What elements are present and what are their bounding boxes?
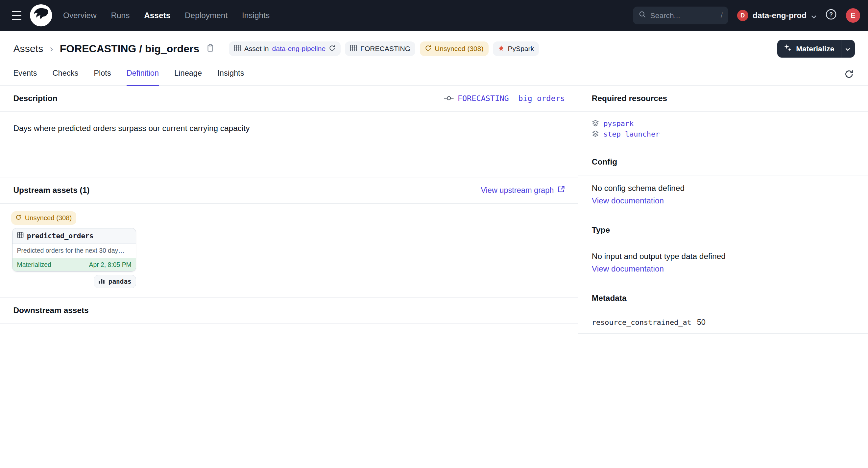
- asset-header: Assets › FORECASTING / big_orders Asset …: [0, 31, 868, 61]
- type-heading: Type: [592, 226, 610, 235]
- deployment-name: data-eng-prod: [753, 11, 807, 20]
- asset-node-header: predicted_orders: [12, 228, 136, 243]
- materialize-split-button: Materialize: [777, 40, 855, 58]
- metadata-table: resource_constrained_at 50: [578, 311, 868, 334]
- main-nav: Overview Runs Assets Deployment Insights: [63, 11, 270, 20]
- tab-plots[interactable]: Plots: [94, 61, 111, 86]
- type-body: No input and output type data defined Vi…: [578, 243, 868, 285]
- tab-checks[interactable]: Checks: [53, 61, 79, 86]
- nav-runs[interactable]: Runs: [111, 11, 129, 20]
- config-doc-link[interactable]: View documentation: [592, 196, 664, 205]
- resources-section-header: Required resources: [578, 86, 868, 112]
- pipeline-link[interactable]: data-eng-pipeline: [272, 45, 326, 53]
- downstream-section-header: Downstream assets: [0, 297, 578, 324]
- tag-group-label: FORECASTING: [360, 45, 410, 53]
- asset-node-predicted-orders[interactable]: predicted_orders Predicted orders for th…: [12, 228, 136, 271]
- tag-pyspark-label: PySpark: [508, 45, 534, 53]
- upstream-node-wrap: predicted_orders Predicted orders for th…: [12, 228, 136, 288]
- nav-overview[interactable]: Overview: [63, 11, 97, 20]
- tab-insights[interactable]: Insights: [217, 61, 244, 86]
- reload-icon[interactable]: [329, 45, 335, 53]
- tab-definition[interactable]: Definition: [127, 61, 159, 86]
- asset-graph-link[interactable]: FORECASTING__big_orders: [444, 94, 565, 103]
- config-empty-text: No config schema defined: [592, 184, 855, 193]
- description-section-header: Description FORECASTING__big_orders: [0, 86, 578, 112]
- tab-lineage[interactable]: Lineage: [174, 61, 202, 86]
- help-button[interactable]: ?: [825, 8, 837, 22]
- status-timestamp: Apr 2, 8:05 PM: [89, 261, 131, 268]
- metadata-heading: Metadata: [592, 294, 627, 303]
- user-avatar[interactable]: E: [846, 8, 861, 23]
- sync-icon: [16, 214, 22, 222]
- tab-events[interactable]: Events: [13, 61, 37, 86]
- page-title: FORECASTING / big_orders: [60, 43, 199, 55]
- refresh-button[interactable]: [844, 65, 855, 85]
- asset-graph-link-label: FORECASTING__big_orders: [458, 94, 565, 103]
- resource-link-pyspark[interactable]: pyspark: [603, 119, 633, 129]
- tag-pyspark[interactable]: PySpark: [493, 41, 539, 56]
- tag-unsynced-label: Unsynced (308): [435, 45, 483, 53]
- description-body: Days where predicted orders surpass our …: [0, 112, 578, 177]
- resources-list: pyspark step_launcher: [578, 112, 868, 149]
- materialize-label: Materialize: [796, 45, 834, 53]
- resource-item-step-launcher: step_launcher: [592, 129, 855, 139]
- spark-icon: [498, 45, 504, 53]
- hamburger-icon: [12, 11, 21, 12]
- graph-node-icon: [444, 94, 454, 103]
- resource-link-step-launcher[interactable]: step_launcher: [603, 129, 659, 139]
- asset-group-icon: [350, 45, 357, 53]
- layers-icon: [592, 129, 599, 139]
- breadcrumb-separator: ›: [50, 43, 53, 54]
- search-icon: [639, 10, 646, 21]
- search-shortcut-hint: /: [721, 11, 723, 20]
- materialize-options-button[interactable]: [841, 40, 855, 58]
- status-label: Materialized: [17, 261, 51, 268]
- tag-unsynced[interactable]: Unsynced (308): [420, 41, 489, 56]
- nav-deployment[interactable]: Deployment: [185, 11, 227, 20]
- top-nav: Overview Runs Assets Deployment Insights…: [0, 0, 868, 31]
- search-input[interactable]: [650, 11, 717, 20]
- dagster-logo-icon: [30, 4, 52, 26]
- type-empty-text: No input and output type data defined: [592, 252, 855, 261]
- downstream-heading: Downstream assets: [13, 306, 88, 315]
- nav-insights[interactable]: Insights: [242, 11, 270, 20]
- view-upstream-graph-link[interactable]: View upstream graph: [481, 186, 565, 195]
- layers-icon: [592, 119, 599, 129]
- asset-tabs: Events Checks Plots Definition Lineage I…: [0, 61, 868, 86]
- chart-icon: [98, 277, 105, 286]
- copy-button[interactable]: [206, 43, 214, 54]
- nav-assets[interactable]: Assets: [144, 11, 170, 20]
- type-section-header: Type: [578, 217, 868, 243]
- config-heading: Config: [592, 157, 617, 167]
- compute-kind-tag[interactable]: pandas: [94, 275, 136, 288]
- unsynced-badge: Unsynced (308): [11, 211, 76, 225]
- chevron-down-icon: [811, 10, 817, 21]
- type-doc-link[interactable]: View documentation: [592, 264, 664, 273]
- sync-icon: [425, 45, 431, 53]
- upstream-section-header: Upstream assets (1) View upstream graph: [0, 177, 578, 204]
- copy-icon: [206, 43, 214, 54]
- tag-prefix: Asset in: [244, 45, 269, 53]
- tag-asset-in-pipeline[interactable]: Asset in data-eng-pipeline: [229, 41, 341, 56]
- config-body: No config schema defined View documentat…: [578, 175, 868, 217]
- asset-node-name: predicted_orders: [27, 232, 94, 240]
- svg-text:?: ?: [830, 11, 833, 18]
- upstream-assets-body: Unsynced (308) predicted_orders Predicte…: [0, 204, 578, 297]
- tag-group-forecasting[interactable]: FORECASTING: [345, 41, 415, 56]
- asset-node-status: Materialized Apr 2, 8:05 PM: [12, 258, 136, 271]
- asset-icon: [234, 45, 241, 53]
- breadcrumb-assets[interactable]: Assets: [13, 43, 43, 54]
- refresh-icon: [844, 69, 854, 81]
- topbar-right: / D data-eng-prod ? E: [633, 7, 860, 24]
- sparkle-icon: [784, 44, 792, 54]
- menu-button[interactable]: [8, 7, 26, 24]
- deployment-switcher[interactable]: D data-eng-prod: [737, 10, 817, 21]
- upstream-heading: Upstream assets (1): [13, 186, 89, 195]
- asset-node-description: Predicted orders for the next 30 day…: [12, 243, 136, 258]
- materialize-button[interactable]: Materialize: [777, 40, 841, 58]
- metadata-row: resource_constrained_at 50: [578, 311, 868, 334]
- description-heading: Description: [13, 94, 57, 103]
- unsynced-badge-label: Unsynced (308): [25, 214, 72, 222]
- compute-kind-label: pandas: [108, 278, 131, 285]
- search-box[interactable]: /: [633, 7, 728, 24]
